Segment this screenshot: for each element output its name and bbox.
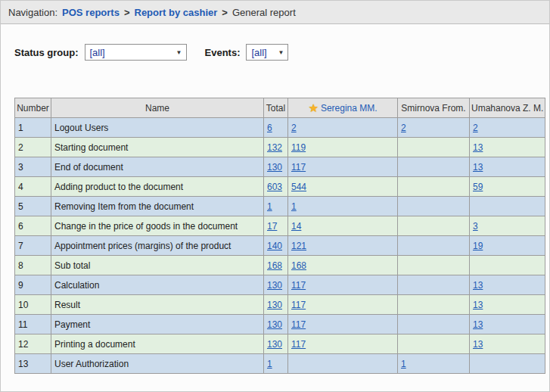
cell-seregina [288,354,398,374]
cell-total: 1 [264,354,288,374]
status-group-select[interactable]: [all] ▼ [85,44,187,61]
cell-number: 3 [15,157,51,177]
breadcrumb-pos-reports[interactable]: POS reports [62,7,120,18]
cell-seregina: 117 [288,157,398,177]
total-count-link[interactable]: 132 [267,142,282,153]
total-count-link[interactable]: 1 [267,359,272,369]
table-row: 12Printing a document13011713 [15,334,545,354]
cell-smirnova [398,315,470,334]
seregina-count-link[interactable]: 14 [291,221,301,232]
umahanova-count-link[interactable]: 2 [473,123,478,133]
umahanova-count-link[interactable]: 13 [473,319,483,330]
cell-name: Result [51,295,264,315]
seregina-count-link[interactable]: 117 [291,162,306,173]
cell-number: 13 [15,354,51,374]
cell-umahanova: 13 [470,315,545,334]
cell-name: End of document [51,157,264,177]
total-count-link[interactable]: 17 [267,221,277,232]
cell-name: Appointment prices (margins) of the prod… [51,236,264,256]
cell-name: Change in the price of goods in the docu… [51,216,264,236]
cell-number: 10 [15,295,51,315]
total-count-link[interactable]: 130 [267,319,282,330]
cell-number: 7 [15,236,51,256]
table-row: 5Removing Item from the document11 [15,197,545,216]
cell-smirnova [398,236,470,256]
total-count-link[interactable]: 130 [267,280,282,291]
cell-total: 132 [264,138,288,157]
seregina-count-link[interactable]: 544 [291,182,306,192]
cell-total: 130 [264,334,288,354]
cell-name: Starting document [51,138,264,157]
report-table: Number Name Total ★Seregina MM. Smirnova… [14,98,545,374]
table-row: 8Sub total168168 [15,256,545,275]
seregina-count-link[interactable]: 2 [291,123,297,133]
total-count-link[interactable]: 130 [267,300,282,310]
total-count-link[interactable]: 140 [267,241,282,251]
seregina-count-link[interactable]: 121 [291,241,306,251]
cell-umahanova: 2 [470,118,545,138]
umahanova-count-link[interactable]: 19 [473,241,483,251]
cell-seregina: 119 [288,138,398,157]
cell-number: 5 [15,197,51,216]
seregina-count-link[interactable]: 1 [291,201,297,212]
cell-smirnova [398,256,470,275]
events-label: Events: [205,47,241,58]
cell-total: 130 [264,315,288,334]
total-count-link[interactable]: 168 [267,260,282,271]
umahanova-count-link[interactable]: 13 [473,300,483,310]
umahanova-count-link[interactable]: 3 [473,221,478,232]
total-count-link[interactable]: 603 [267,182,282,192]
header-seregina: ★Seregina MM. [288,98,398,118]
filter-bar: Status group: [all] ▼ Events: [all] ▼ [14,44,549,61]
cell-seregina: 1 [288,197,398,216]
seregina-count-link[interactable]: 117 [291,300,306,310]
cell-smirnova [398,138,470,157]
total-count-link[interactable]: 1 [267,201,272,212]
umahanova-count-link[interactable]: 13 [473,339,483,350]
cell-seregina: 14 [288,216,398,236]
cell-name: Removing Item from the document [51,197,264,216]
umahanova-count-link[interactable]: 13 [473,142,483,153]
cell-number: 9 [15,275,51,295]
report-table-body: 1Logout Users62222Starting document13211… [15,118,545,374]
cell-seregina: 2 [288,118,398,138]
cell-name: Sub total [51,256,264,275]
events-value: [all] [251,47,266,58]
cell-number: 4 [15,177,51,197]
seregina-count-link[interactable]: 117 [291,280,306,291]
table-row: 6Change in the price of goods in the doc… [15,216,545,236]
umahanova-count-link[interactable]: 13 [473,280,483,291]
cell-seregina: 168 [288,256,398,275]
smirnova-count-link[interactable]: 1 [401,359,406,369]
cell-total: 603 [264,177,288,197]
cell-seregina: 121 [288,236,398,256]
smirnova-count-link[interactable]: 2 [401,123,406,133]
cell-umahanova: 13 [470,275,545,295]
cell-smirnova: 2 [398,118,470,138]
cell-number: 2 [15,138,51,157]
cell-smirnova [398,334,470,354]
umahanova-count-link[interactable]: 59 [473,182,483,192]
header-umahanova: Umahanova Z. M. [470,98,545,118]
header-seregina-link[interactable]: Seregina MM. [321,103,378,114]
seregina-count-link[interactable]: 117 [291,339,306,350]
seregina-count-link[interactable]: 117 [291,319,306,330]
events-select[interactable]: [all] ▼ [246,44,288,61]
seregina-count-link[interactable]: 168 [291,260,306,271]
status-group-label: Status group: [14,47,79,58]
table-row: 13User Authorization11 [15,354,545,374]
cell-umahanova: 13 [470,334,545,354]
total-count-link[interactable]: 130 [267,339,282,350]
total-count-link[interactable]: 6 [267,123,272,133]
cell-total: 17 [264,216,288,236]
cell-total: 6 [264,118,288,138]
total-count-link[interactable]: 130 [267,162,282,173]
table-row: 9Calculation13011713 [15,275,545,295]
breadcrumb-report-by-cashier[interactable]: Report by cashier [135,7,218,18]
cell-umahanova: 13 [470,295,545,315]
cell-umahanova: 13 [470,138,545,157]
cell-total: 140 [264,236,288,256]
cell-name: Adding product to the document [51,177,264,197]
umahanova-count-link[interactable]: 13 [473,162,483,173]
seregina-count-link[interactable]: 119 [291,142,306,153]
